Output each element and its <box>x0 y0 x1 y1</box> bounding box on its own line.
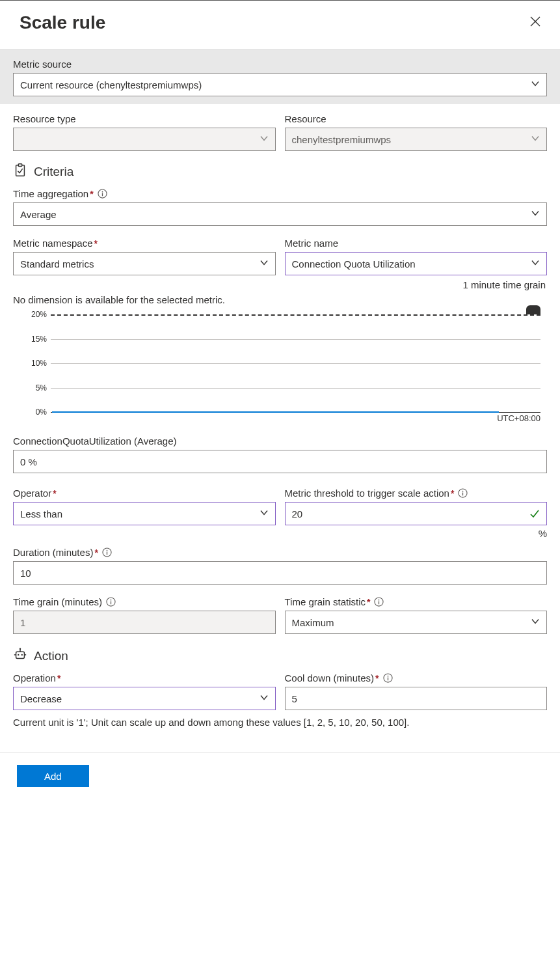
info-icon[interactable] <box>458 488 468 498</box>
chart-ytick: 0% <box>27 407 47 417</box>
chevron-down-icon <box>260 134 269 145</box>
resource-type-label: Resource type <box>13 113 276 124</box>
metric-name-value: Connection Quota Utilization <box>292 258 416 269</box>
time-aggregation-dropdown[interactable]: Average <box>13 202 547 226</box>
svg-rect-13 <box>111 601 111 605</box>
close-button[interactable] <box>530 16 540 30</box>
metric-source-dropdown[interactable]: Current resource (chenyltestpremiumwps) <box>13 73 547 96</box>
threshold-label: Metric threshold to trigger scale action <box>285 488 449 499</box>
threshold-unit: % <box>285 528 548 539</box>
metric-current-value-field[interactable] <box>13 450 547 473</box>
svg-rect-16 <box>379 601 379 605</box>
check-icon <box>529 508 540 519</box>
duration-field[interactable] <box>13 561 547 585</box>
info-icon[interactable] <box>102 547 112 557</box>
chevron-down-icon <box>531 209 540 220</box>
svg-rect-26 <box>387 678 388 681</box>
svg-point-21 <box>20 648 21 650</box>
time-grain-minutes-field <box>13 611 276 634</box>
time-grain-minutes-input <box>20 611 252 633</box>
required-indicator: * <box>94 238 98 249</box>
required-indicator: * <box>57 673 60 684</box>
metric-source-value: Current resource (chenyltestpremiumwps) <box>20 79 202 90</box>
time-grain-statistic-label: Time grain statistic <box>285 596 366 607</box>
operation-label: Operation <box>13 672 56 684</box>
svg-rect-17 <box>16 652 25 658</box>
svg-point-18 <box>18 654 19 656</box>
chart-ytick: 20% <box>27 310 47 319</box>
metric-full-label: ConnectionQuotaUtilization (Average) <box>13 435 547 447</box>
chart-ytick: 10% <box>27 359 47 368</box>
chevron-down-icon <box>260 258 269 269</box>
chevron-down-icon <box>531 79 540 90</box>
operator-dropdown[interactable]: Less than <box>13 502 276 525</box>
metric-name-label: Metric name <box>285 238 548 249</box>
info-icon[interactable] <box>98 189 107 199</box>
duration-input[interactable] <box>20 562 523 584</box>
chevron-down-icon <box>531 258 540 269</box>
close-icon <box>530 16 540 27</box>
cooldown-field[interactable] <box>285 687 548 710</box>
svg-rect-7 <box>462 493 463 496</box>
chart-series-line <box>52 411 499 413</box>
required-indicator: * <box>367 597 370 607</box>
info-icon[interactable] <box>374 597 384 607</box>
chevron-down-icon <box>260 693 269 704</box>
metric-source-label: Metric source <box>13 59 547 70</box>
operator-label: Operator <box>13 488 51 499</box>
add-button[interactable]: Add <box>17 765 89 787</box>
resource-value: chenyltestpremiumwps <box>292 134 392 145</box>
robot-icon <box>13 647 27 665</box>
time-grain-minutes-label: Time grain (minutes) <box>13 596 102 607</box>
chevron-down-icon <box>260 508 269 519</box>
required-indicator: * <box>375 673 379 684</box>
action-heading: Action <box>34 649 68 663</box>
duration-label: Duration (minutes) <box>13 547 93 558</box>
required-indicator: * <box>90 189 93 199</box>
clipboard-icon <box>13 163 27 180</box>
metric-namespace-value: Standard metrics <box>20 258 94 269</box>
criteria-heading: Criteria <box>34 165 73 179</box>
svg-point-9 <box>107 550 108 551</box>
svg-point-25 <box>387 676 388 677</box>
threshold-field[interactable] <box>285 502 548 525</box>
svg-rect-4 <box>101 193 102 197</box>
info-icon[interactable] <box>106 597 116 607</box>
required-indicator: * <box>451 488 454 499</box>
metric-name-dropdown[interactable]: Connection Quota Utilization <box>285 252 548 275</box>
page-title: Scale rule <box>20 12 105 33</box>
time-grain-note: 1 minute time grain <box>285 279 546 290</box>
svg-point-6 <box>462 491 464 492</box>
svg-point-12 <box>111 600 112 601</box>
operator-value: Less than <box>20 508 62 519</box>
no-dimension-note: No dimension is available for the select… <box>13 294 547 305</box>
chart-timezone: UTC+08:00 <box>31 413 540 423</box>
required-indicator: * <box>94 547 98 558</box>
resource-label: Resource <box>285 113 548 124</box>
chart-ytick: 15% <box>27 335 47 344</box>
required-indicator: * <box>53 488 56 499</box>
chevron-down-icon <box>531 617 540 628</box>
time-grain-statistic-value: Maximum <box>292 617 334 628</box>
operation-dropdown[interactable]: Decrease <box>13 687 276 710</box>
metric-chart: 20% 15% 10% 5% 0% UTC+08:00 <box>31 314 540 432</box>
chart-peak-marker <box>526 305 540 314</box>
svg-point-19 <box>21 654 23 656</box>
metric-namespace-label: Metric namespace <box>13 238 93 249</box>
svg-rect-10 <box>107 552 107 555</box>
threshold-input[interactable] <box>292 503 524 525</box>
time-aggregation-value: Average <box>20 209 57 220</box>
time-grain-statistic-dropdown[interactable]: Maximum <box>285 611 548 634</box>
cooldown-label: Cool down (minutes) <box>285 672 375 684</box>
chart-ytick: 5% <box>27 383 47 393</box>
svg-rect-1 <box>18 164 22 167</box>
svg-point-15 <box>379 600 380 601</box>
operation-value: Decrease <box>20 693 62 704</box>
metric-namespace-dropdown[interactable]: Standard metrics <box>13 252 276 275</box>
metric-current-value-input[interactable] <box>20 450 523 473</box>
cooldown-input[interactable] <box>292 687 524 710</box>
svg-point-3 <box>101 191 103 193</box>
info-icon[interactable] <box>383 673 393 683</box>
chevron-down-icon <box>531 134 540 145</box>
resource-dropdown: chenyltestpremiumwps <box>285 128 548 151</box>
